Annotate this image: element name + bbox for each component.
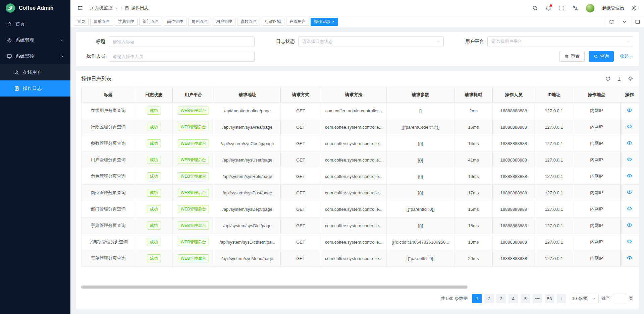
view-detail-button[interactable]: [627, 107, 632, 113]
log-list-panel: 操作日志列表 标题日志状态用户平台请求地址请求方式请求方法请求参数请求耗时操作人…: [76, 71, 639, 309]
tab-operation-log[interactable]: 操作日志×: [311, 18, 338, 26]
tab-online-users[interactable]: 在线用户: [286, 18, 309, 26]
table-row: 岗位管理分页查询成功WEB管理后台/api/system/sysPost/pag…: [82, 185, 639, 201]
page-button-5[interactable]: 5: [521, 294, 530, 303]
column-settings-icon[interactable]: [628, 76, 633, 81]
search-button[interactable]: 查询: [589, 51, 614, 62]
refresh-icon[interactable]: [605, 76, 610, 81]
search-icon[interactable]: [532, 5, 538, 11]
page-button-53[interactable]: 53: [545, 294, 554, 303]
notification-dot: [550, 4, 552, 7]
cell-title: 部门管理分页查询: [82, 201, 135, 217]
view-detail-button[interactable]: [627, 255, 632, 261]
sidebar-item-operation-log[interactable]: 操作日志: [0, 80, 70, 97]
tab-menu-management[interactable]: 菜单管理: [90, 18, 113, 26]
fullscreen-icon[interactable]: [559, 5, 565, 11]
sidebar-item-system-monitor[interactable]: 系统监控: [0, 48, 70, 64]
cell-actions: [620, 168, 639, 185]
log-status-select[interactable]: 请选择日志状态: [298, 36, 444, 47]
view-detail-button[interactable]: [627, 124, 632, 129]
notifications-button[interactable]: [545, 5, 551, 11]
user-platform-select[interactable]: 请选择用户平台: [487, 36, 633, 47]
cell-platform: WEB管理后台: [173, 201, 214, 217]
page-button-3[interactable]: 3: [496, 294, 506, 303]
settings-icon[interactable]: [631, 5, 637, 11]
tab-role-management[interactable]: 角色管理: [188, 18, 211, 26]
sidebar-item-system-management[interactable]: 系统管理: [0, 32, 70, 48]
jump-page-input[interactable]: [613, 294, 626, 303]
breadcrumb-current: 操作日志: [131, 5, 149, 11]
log-status-filter: 日志状态 请选择日志状态: [271, 36, 460, 47]
status-badge: 成功: [147, 172, 161, 180]
cell-method: GET: [281, 119, 321, 135]
more-pages-button[interactable]: •••: [533, 294, 542, 303]
close-icon[interactable]: ×: [332, 19, 335, 24]
cell-method: GET: [281, 103, 321, 119]
pagination: 共 530 条数据 12345•••53 10 条/页 跳至 页: [81, 292, 633, 309]
column-header: 标题: [82, 87, 135, 103]
cell-url: /api/system/sysRole/page: [214, 168, 281, 185]
table-row: 在线用户分页查询成功WEB管理后台/api/monitor/online/pag…: [82, 103, 639, 119]
cell-method: GET: [281, 135, 321, 152]
cell-actions: [620, 135, 639, 152]
page-size-select[interactable]: 10 条/页: [569, 294, 599, 303]
cell-operator: 18888888888: [493, 234, 535, 250]
view-detail-button[interactable]: [627, 222, 632, 228]
scrollbar-thumb[interactable]: [81, 286, 468, 289]
tab-admin-region[interactable]: 行政区域: [262, 18, 284, 26]
page-button-2[interactable]: 2: [484, 294, 494, 303]
tab-user-management[interactable]: 用户管理: [213, 18, 235, 26]
tab-label: 部门管理: [143, 19, 159, 24]
tab-label: 操作日志: [314, 19, 330, 24]
status-badge: 成功: [147, 107, 161, 115]
cell-actions: [620, 250, 639, 267]
next-page-button[interactable]: [557, 294, 566, 303]
platform-badge: WEB管理后台: [178, 156, 209, 164]
tab-dept-management[interactable]: 部门管理: [139, 18, 162, 26]
chevron-down-icon: [437, 40, 440, 44]
operator-filter-input[interactable]: [109, 51, 255, 62]
title-filter-input[interactable]: [109, 36, 255, 47]
cell-actions: [620, 234, 639, 250]
refresh-icon: [609, 19, 614, 24]
breadcrumb-section[interactable]: 系统监控: [95, 5, 112, 11]
page-button-4[interactable]: 4: [508, 294, 518, 303]
view-detail-button[interactable]: [627, 156, 632, 162]
tab-options-button[interactable]: [618, 16, 631, 27]
column-height-icon[interactable]: [616, 76, 622, 81]
user-platform-placeholder: 请选择用户平台: [491, 39, 522, 45]
tab-dict-management[interactable]: 字典管理: [115, 18, 138, 26]
column-header: 请求地址: [214, 87, 281, 103]
collapse-filters-button[interactable]: 收起: [620, 53, 633, 59]
view-detail-button[interactable]: [627, 140, 632, 146]
sidebar-item-online-users[interactable]: 在线用户: [0, 64, 70, 80]
cell-params: [{}]: [387, 185, 454, 201]
column-header: IP地址: [535, 87, 573, 103]
view-detail-button[interactable]: [627, 206, 632, 211]
filter-row: 标题 日志状态 请选择日志状态 用户平台 请选择用户平台: [81, 36, 633, 47]
column-header: 请求方式: [281, 87, 321, 103]
translate-icon[interactable]: [572, 5, 578, 11]
layout-toggle-button[interactable]: [631, 16, 644, 27]
reset-button-label: 重置: [571, 53, 580, 59]
status-badge: 成功: [147, 205, 161, 213]
avatar[interactable]: [586, 4, 595, 13]
panel-actions: [605, 76, 633, 81]
cell-duration: 17ms: [454, 185, 493, 201]
title-filter: 标题: [81, 36, 271, 47]
tab-home[interactable]: 首页: [74, 18, 89, 26]
status-badge: 成功: [147, 139, 161, 147]
platform-badge: WEB管理后台: [178, 123, 209, 131]
reset-button[interactable]: 重置: [559, 51, 585, 62]
cell-method: GET: [281, 185, 321, 201]
sidebar-collapse-icon[interactable]: [77, 5, 83, 11]
view-detail-button[interactable]: [627, 173, 632, 179]
sidebar-item-home[interactable]: 首页: [0, 16, 70, 32]
page-button-1[interactable]: 1: [472, 294, 482, 303]
tab-param-management[interactable]: 参数管理: [237, 18, 260, 26]
tab-post-management[interactable]: 岗位管理: [164, 18, 186, 26]
view-detail-button[interactable]: [627, 189, 632, 195]
refresh-tab-button[interactable]: [605, 16, 618, 27]
view-detail-button[interactable]: [627, 239, 632, 244]
username[interactable]: 超级管理员: [602, 5, 624, 11]
